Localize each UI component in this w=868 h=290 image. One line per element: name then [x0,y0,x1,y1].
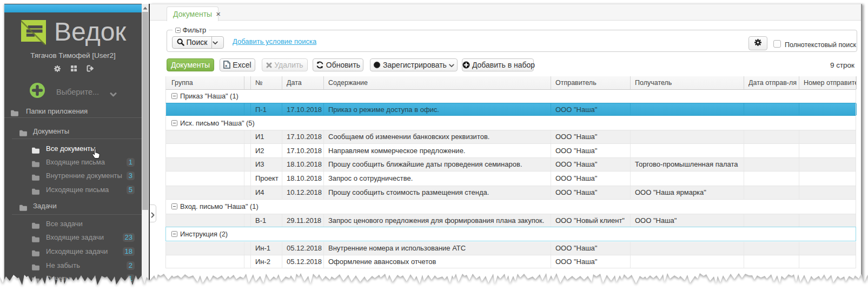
svg-text:x: x [225,63,228,68]
